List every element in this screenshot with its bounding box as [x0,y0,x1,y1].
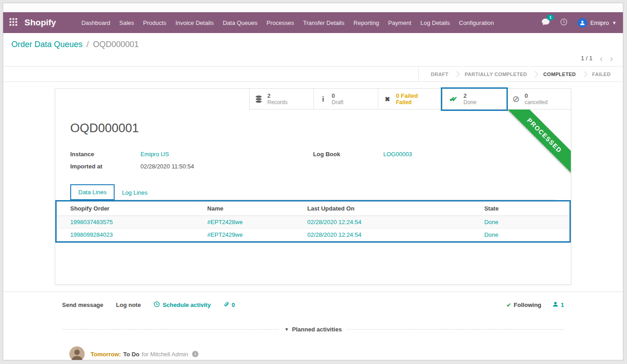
col-header-state[interactable]: State [480,201,569,216]
planned-activity-item: Tomorrow: To Do for Mitchell Admin i [62,346,564,360]
field-log-book: Log Book LOG00003 [313,151,556,158]
pager-previous-icon[interactable]: ‹ [600,55,603,62]
nav-item-sales[interactable]: Sales [115,17,139,29]
form-view: 2 Records i 0 Draft ✖ 0 Failed Failed [3,82,623,285]
following-button[interactable]: ✔ Following [506,302,541,308]
table-row[interactable]: 1998037483575 #EPT2428we 02/28/2020 12:2… [57,216,569,229]
tab-data-lines[interactable]: Data Lines [70,184,115,200]
ban-icon: ⊘ [511,94,521,104]
sheet-bottom-space [70,243,556,284]
chatter-toolbar: Send message Log note Schedule activity … [62,301,564,309]
nav-item-payment[interactable]: Payment [384,17,416,29]
user-menu[interactable]: Emipro ▼ [578,18,617,28]
nav-item-log-details[interactable]: Log Details [416,17,454,29]
instance-label: Instance [70,151,140,158]
field-group-right: Log Book LOG00003 [313,151,556,170]
followers-button[interactable]: 1 [552,301,564,309]
following-label: Following [514,302,541,308]
activities-button[interactable] [560,18,568,28]
pager: 1 / 1 ‹ › [3,49,623,66]
chevron-down-icon: ▼ [612,20,617,25]
planned-activities-label: Planned activities [292,326,342,333]
pager-next-icon[interactable]: › [610,55,613,62]
cell-state: Done [480,216,569,229]
cancelled-label: cancelled [525,99,548,105]
cell-name: #EPT2429we [203,229,303,241]
breadcrumb-current: OQD000001 [93,40,139,49]
log-book-label: Log Book [313,151,383,158]
col-header-shopify-order[interactable]: Shopify Order [57,201,203,216]
table-header-row: Shopify Order Name Last Updated On State [57,201,569,216]
navbar-right-tools: 1 Emipro ▼ [541,18,617,28]
cell-last-updated-on: 02/28/2020 12:24:54 [303,216,480,229]
breadcrumb-parent-link[interactable]: Order Data Queues [11,40,82,49]
status-completed-active[interactable]: COMPLETED [537,72,582,77]
nav-item-configuration[interactable]: Configuration [454,17,498,29]
table-row[interactable]: 1998099284023 #EPT2429we 02/28/2020 12:2… [57,229,569,241]
user-avatar [578,18,587,28]
nav-item-dashboard[interactable]: Dashboard [77,17,115,29]
breadcrumb: Order Data Queues / OQD000001 [11,39,615,49]
status-partially-completed[interactable]: PARTIALLY COMPLETED [459,72,533,77]
draft-label: Draft [332,99,343,105]
info-icon: i [318,95,328,104]
clock-icon [560,18,568,28]
app-window: Shopify Dashboard Sales Products Invoice… [3,3,623,360]
follower-count: 1 [561,302,564,308]
chatter-right-tools: ✔ Following 1 [506,301,564,309]
dashed-line [62,329,279,330]
nav-item-data-queues[interactable]: Data Queues [218,17,262,29]
cell-state: Done [480,229,569,241]
dashed-line [347,329,564,330]
col-header-name[interactable]: Name [203,201,303,216]
nav-item-transfer-details[interactable]: Transfer Details [299,17,349,29]
nav-item-processes[interactable]: Processes [262,17,299,29]
activity-due-date: Tomorrow: [91,351,121,358]
messages-count-badge: 1 [547,14,554,20]
log-book-value-link[interactable]: LOG00003 [383,151,412,158]
app-brand[interactable]: Shopify [24,18,56,28]
user-name: Emipro [590,19,609,26]
apps-menu-button[interactable] [10,18,17,28]
schedule-activity-label: Schedule activity [163,302,211,308]
apps-grid-icon [10,18,17,28]
messages-button[interactable]: 1 [541,18,550,28]
records-label: Records [267,99,288,105]
breadcrumb-separator: / [85,40,91,49]
cancelled-stat-button[interactable]: ⊘ 0 cancelled [506,89,571,110]
log-note-button[interactable]: Log note [116,302,141,308]
draft-stat-button[interactable]: i 0 Draft [314,89,378,110]
imported-at-label: Imported at [70,163,140,170]
planned-activities-toggle[interactable]: ▼ Planned activities [285,326,342,333]
done-stat-button[interactable]: ✔✔ 2 Done [442,89,506,110]
failed-stat-button[interactable]: ✖ 0 Failed Failed [378,89,442,110]
planned-activities-divider: ▼ Planned activities [62,326,564,333]
double-check-icon: ✔✔ [447,95,459,103]
done-count: 2 [463,92,477,100]
send-message-button[interactable]: Send message [62,302,103,308]
cell-shopify-order: 1998037483575 [57,216,203,229]
instance-value-link[interactable]: Emipro US [140,151,169,158]
main-menu: Dashboard Sales Products Invoice Details… [77,17,499,29]
cross-icon: ✖ [383,96,392,103]
nav-item-reporting[interactable]: Reporting [349,17,383,29]
nav-item-invoice-details[interactable]: Invoice Details [171,17,218,29]
cell-shopify-order: 1998099284023 [57,229,203,241]
schedule-activity-button[interactable]: Schedule activity [154,301,211,309]
status-draft[interactable]: DRAFT [425,72,454,77]
attachments-button[interactable]: 0 [223,301,235,309]
person-icon [552,301,559,309]
records-stat-button[interactable]: 2 Records [249,89,314,110]
notebook-tabs: Data Lines Log Lines [70,184,556,200]
paperclip-icon [223,301,229,309]
tab-log-lines[interactable]: Log Lines [115,186,154,200]
data-lines-highlight-box: Shopify Order Name Last Updated On State… [55,200,571,243]
col-header-last-updated-on[interactable]: Last Updated On [303,201,480,216]
nav-item-products[interactable]: Products [139,17,171,29]
clock-icon [154,301,160,309]
activity-info-icon[interactable]: i [192,351,198,357]
stat-button-box: 2 Records i 0 Draft ✖ 0 Failed Failed [55,89,571,110]
statusbar-row: DRAFT PARTIALLY COMPLETED COMPLETED FAIL… [3,66,623,82]
status-failed[interactable]: FAILED [586,72,617,77]
pager-value[interactable]: 1 / 1 [581,55,592,62]
